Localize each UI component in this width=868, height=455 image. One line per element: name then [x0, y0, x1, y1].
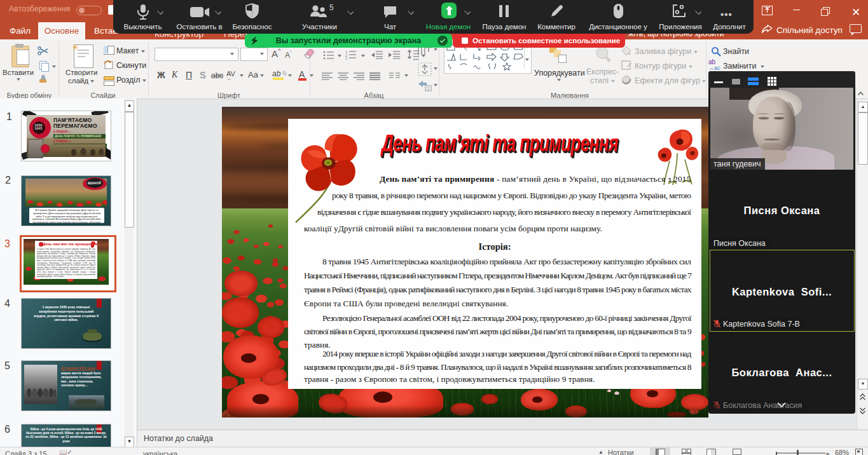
svg-text:3: 3 — [345, 58, 348, 60]
